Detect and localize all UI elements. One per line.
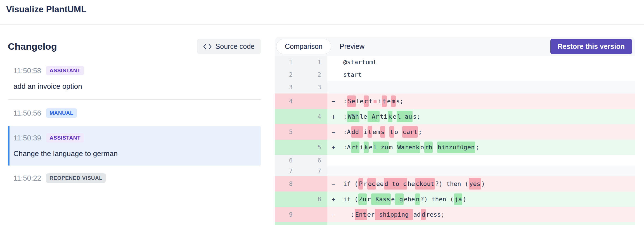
code-line: :Wähle Artikel aus; bbox=[343, 109, 635, 124]
tab-comparison[interactable]: Comparison bbox=[276, 39, 331, 54]
new-line-number: 5 bbox=[293, 144, 321, 151]
code-line: start bbox=[343, 68, 635, 81]
code-text: e bbox=[367, 211, 371, 218]
changelog-heading: Changelog bbox=[8, 41, 57, 52]
diff-row-context: 77 bbox=[275, 166, 635, 176]
changelog-entries: 11:50:58ASSISTANTadd an invoice option11… bbox=[8, 66, 261, 183]
source-code-button[interactable]: Source code bbox=[197, 39, 261, 54]
code-text: ?) then ( bbox=[420, 196, 454, 203]
diff-panel: ComparisonPreview Restore this version 1… bbox=[275, 37, 635, 225]
code-text: le bbox=[360, 113, 367, 120]
code-line bbox=[343, 81, 635, 94]
old-line-number: 5 bbox=[275, 128, 293, 135]
changed-chars: Ar bbox=[368, 111, 380, 122]
changed-chars: Ent bbox=[355, 209, 367, 220]
code-text: m bbox=[376, 128, 380, 135]
entry-divider bbox=[8, 99, 261, 100]
diff-sign: + bbox=[327, 144, 343, 151]
entry-type-badge: MANUAL bbox=[46, 108, 77, 118]
code-line: @startuml bbox=[343, 56, 635, 68]
changed-chars: Wäh bbox=[347, 111, 359, 122]
code-text: ress; bbox=[426, 211, 444, 218]
changed-chars bbox=[373, 95, 378, 107]
changed-chars: P bbox=[358, 178, 363, 190]
diff-sign: − bbox=[327, 180, 343, 188]
entry-message: Change the language to german bbox=[13, 149, 255, 158]
line-number-gutter: 77 bbox=[275, 166, 327, 176]
changelog-entry[interactable]: 11:50:56MANUAL bbox=[8, 108, 261, 118]
diff-row-added bbox=[275, 222, 635, 225]
changed-chars: yes bbox=[469, 178, 481, 190]
code-text: o bbox=[420, 144, 424, 151]
restore-version-button[interactable]: Restore this version bbox=[550, 39, 632, 54]
changelog-entry[interactable]: 11:50:22REOPENED VISUAL bbox=[8, 173, 261, 183]
code-line: :Select items; bbox=[343, 94, 635, 109]
changelog-header: Changelog Source code bbox=[8, 37, 261, 56]
code-text: :A bbox=[343, 144, 351, 151]
code-text: i bbox=[378, 98, 382, 105]
line-number-gutter: 66 bbox=[275, 155, 327, 166]
code-text: @startuml bbox=[343, 59, 377, 66]
changed-chars: n bbox=[415, 193, 420, 205]
code-line: :Artikel zum Warenkorb hinzufügen; bbox=[343, 140, 635, 155]
app-header: Visualize PlantUML bbox=[0, 0, 644, 25]
source-code-label: Source code bbox=[216, 42, 255, 51]
code-line: if (Proceed to checkout?) then (yes) bbox=[343, 176, 635, 192]
changed-chars: g bbox=[395, 193, 404, 205]
app-title: Visualize PlantUML bbox=[6, 4, 86, 15]
code-text: : bbox=[343, 113, 347, 120]
code-text: t bbox=[380, 113, 383, 120]
changed-chars: oc bbox=[367, 178, 376, 190]
code-text: i bbox=[384, 113, 387, 120]
changelog-entry[interactable]: 11:50:39ASSISTANTChange the language to … bbox=[8, 126, 261, 166]
changed-chars: ja bbox=[454, 193, 463, 205]
changed-chars: Warenk bbox=[397, 142, 420, 153]
diff-row-removed: 5−:Add items to cart; bbox=[275, 124, 635, 140]
old-line-number: 1 bbox=[275, 59, 293, 66]
diff-row-context: 66 bbox=[275, 155, 635, 166]
changed-chars: hinzufügen bbox=[437, 142, 475, 153]
diff-row-context: 11@startuml bbox=[275, 56, 635, 68]
code-text bbox=[393, 144, 396, 151]
code-text bbox=[433, 144, 437, 151]
code-text: start bbox=[343, 71, 362, 78]
tab-preview[interactable]: Preview bbox=[331, 39, 373, 54]
old-line-number: 9 bbox=[275, 211, 293, 218]
code-text: ) bbox=[463, 196, 466, 203]
diff-sign: − bbox=[327, 211, 343, 218]
entry-header: 11:50:56MANUAL bbox=[13, 108, 261, 118]
diff-sign: − bbox=[327, 128, 343, 136]
changed-chars: k bbox=[388, 111, 392, 122]
diff-row-context: 22start bbox=[275, 68, 635, 81]
code-text: le bbox=[356, 98, 364, 105]
code-text bbox=[398, 128, 402, 135]
diff-sign: + bbox=[327, 113, 343, 120]
code-text: r bbox=[367, 196, 371, 203]
code-text: ; bbox=[418, 128, 422, 135]
diff-sign: + bbox=[327, 196, 343, 203]
changed-chars: d bbox=[421, 209, 426, 220]
code-text: e bbox=[373, 128, 376, 135]
changed-chars: ckout bbox=[415, 178, 435, 190]
old-line-number: 2 bbox=[275, 71, 293, 78]
code-line: if (Zur Kasse gehen?) then (ja) bbox=[343, 192, 635, 207]
code-line bbox=[343, 155, 635, 166]
code-text: t bbox=[369, 98, 373, 105]
entry-message: add an invoice option bbox=[13, 82, 261, 91]
old-line-number: 7 bbox=[275, 167, 293, 174]
diff-row-added: 4+:Wähle Artikel aus; bbox=[275, 109, 635, 124]
diff-sign: − bbox=[327, 98, 343, 105]
entry-timestamp: 11:50:22 bbox=[13, 174, 41, 183]
entry-header: 11:50:39ASSISTANT bbox=[13, 133, 255, 143]
code-text: ) bbox=[481, 180, 485, 187]
code-line bbox=[343, 222, 635, 225]
line-number-gutter: 9 bbox=[275, 207, 327, 222]
old-line-number: 3 bbox=[275, 84, 293, 91]
line-number-gutter: 33 bbox=[275, 81, 327, 94]
diff-panel-header: ComparisonPreview Restore this version bbox=[275, 37, 635, 56]
new-line-number: 1 bbox=[293, 59, 321, 66]
line-number-gutter: 5 bbox=[275, 124, 327, 140]
changelog-entry[interactable]: 11:50:58ASSISTANTadd an invoice option bbox=[8, 66, 261, 91]
changed-chars: shipping bbox=[375, 209, 413, 220]
entry-header: 11:50:58ASSISTANT bbox=[13, 66, 261, 75]
